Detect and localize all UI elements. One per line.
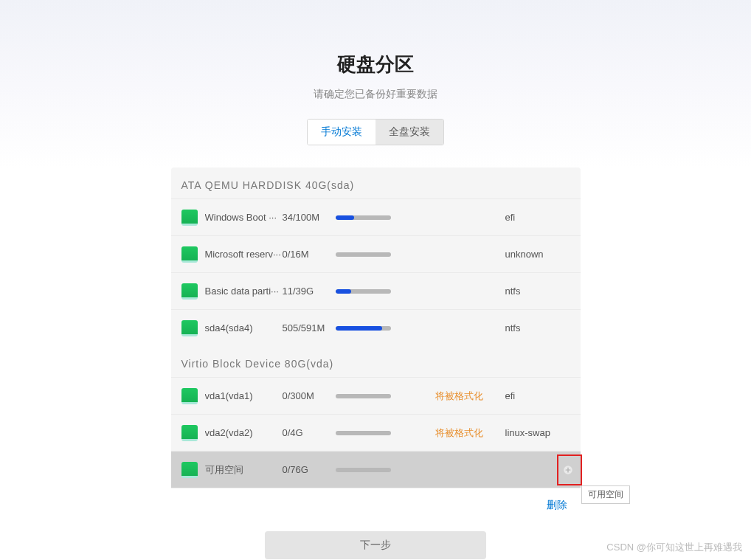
partition-fs: ntfs (505, 286, 521, 297)
disk-panel: ATA QEMU HARDDISK 40G(sda) Windows Boot … (171, 167, 581, 522)
tooltip-free-space: 可用空间 (581, 485, 630, 504)
partition-fs: efi (505, 390, 516, 401)
disk-icon (181, 462, 198, 478)
partition-size: 0/76G (283, 464, 336, 475)
partition-row-selected[interactable]: 可用空间 0/76G 可用空间 (171, 451, 581, 488)
usage-bar (336, 431, 391, 435)
next-button[interactable]: 下一步 (265, 531, 486, 559)
partition-size: 505/591M (283, 322, 336, 333)
disk-icon (181, 210, 198, 226)
disk-icon (181, 320, 198, 336)
usage-bar (336, 252, 391, 257)
watermark: CSDN @你可知这世上再难遇我 (606, 541, 742, 554)
partition-size: 34/100M (283, 212, 336, 223)
partition-name: Microsoft reserv··· (205, 249, 283, 260)
partition-fs: unknown (505, 249, 544, 260)
partition-fs: ntfs (505, 322, 521, 333)
disk-icon (181, 388, 198, 404)
partition-row[interactable]: Windows Boot ··· 34/100M efi (171, 198, 581, 235)
partition-size: 0/300M (283, 390, 336, 401)
install-mode-tabs: 手动安装 全盘安装 (307, 119, 444, 145)
usage-bar (336, 215, 391, 220)
action-bar: 删除 (171, 488, 581, 522)
partition-row[interactable]: Basic data parti··· 11/39G ntfs (171, 272, 581, 309)
partition-row[interactable]: vda1(vda1) 0/300M 将被格式化 efi (171, 377, 581, 414)
partition-row[interactable]: vda2(vda2) 0/4G 将被格式化 linux-swap (171, 414, 581, 451)
usage-bar (336, 468, 391, 472)
partition-size: 0/16M (283, 249, 336, 260)
usage-bar (336, 289, 391, 294)
partition-status: 将被格式化 (435, 426, 505, 440)
partition-name: Basic data parti··· (205, 286, 283, 297)
page-subtitle: 请确定您已备份好重要数据 (314, 88, 437, 101)
disk-icon (181, 425, 198, 441)
disk-header-sda: ATA QEMU HARDDISK 40G(sda) (171, 167, 581, 198)
page-title: 硬盘分区 (337, 52, 414, 77)
disk-header-vda: Virtio Block Device 80G(vda) (171, 346, 581, 377)
disk-icon (181, 246, 198, 263)
partition-row[interactable]: Microsoft reserv··· 0/16M unknown (171, 235, 581, 272)
tab-manual-install[interactable]: 手动安装 (308, 120, 376, 145)
partition-row[interactable]: sda4(sda4) 505/591M ntfs (171, 309, 581, 346)
delete-button[interactable]: 删除 (547, 499, 567, 512)
usage-bar (336, 394, 391, 398)
partition-fs: linux-swap (505, 427, 550, 438)
partition-status: 将被格式化 (435, 390, 505, 403)
tab-full-install[interactable]: 全盘安装 (376, 120, 443, 145)
partition-name: Windows Boot ··· (205, 212, 283, 223)
disk-icon (181, 283, 198, 300)
partition-fs: efi (505, 212, 516, 223)
partition-size: 11/39G (283, 286, 336, 297)
partition-name: 可用空间 (205, 463, 283, 477)
partition-name: vda1(vda1) (205, 390, 283, 401)
partition-size: 0/4G (283, 427, 336, 438)
add-partition-icon[interactable] (563, 465, 573, 475)
partition-name: sda4(sda4) (205, 322, 283, 333)
usage-bar (336, 326, 391, 331)
partition-name: vda2(vda2) (205, 427, 283, 438)
